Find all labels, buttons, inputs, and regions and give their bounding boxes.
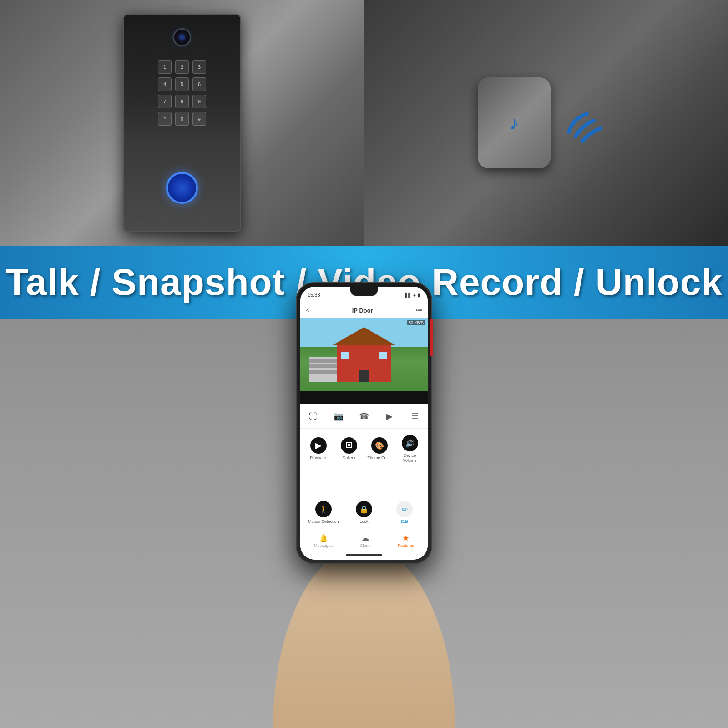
phone-screen: 15:33 ▌▌ ◈ ▮ < IP Door ••• (300, 287, 428, 560)
camera-live-view[interactable]: 50 KB/S (300, 318, 428, 391)
phone-outer: 15:33 ▌▌ ◈ ▮ < IP Door ••• (296, 282, 432, 564)
key-1: 1 (158, 60, 172, 74)
messages-label: Messages (314, 543, 333, 548)
gallery-icon: 🖼 (341, 437, 357, 454)
features-label: Features (398, 543, 414, 548)
theme-color-item[interactable]: 🎨 Theme Color (365, 432, 394, 466)
wifi-signal (560, 96, 614, 150)
top-row: 1 2 3 4 5 6 7 8 9 * 0 # (0, 0, 728, 246)
camera-lens (173, 28, 191, 46)
nav-messages[interactable]: 🔔 Messages (314, 534, 333, 548)
bottom-nav: 🔔 Messages ☁ Cloud ★ Features (300, 531, 428, 551)
bandwidth-display: 50 KB/S (407, 320, 425, 325)
bottom-section: Talk / Snapshot / Video Record / Unlock … (0, 246, 728, 728)
chime-image: ♪ (364, 0, 728, 246)
home-indicator (346, 554, 382, 556)
time-display: 15:33 (308, 292, 320, 298)
playback-item[interactable]: ▶ Playback (304, 432, 333, 466)
playback-label: Playback (310, 455, 327, 460)
key-3: 3 (192, 60, 206, 74)
lock-item[interactable]: 🔒 Lock (344, 498, 383, 527)
back-button[interactable]: < (306, 307, 309, 314)
snapshot-button[interactable]: 📷 (330, 408, 347, 425)
device-volume-icon: 🔊 (402, 435, 418, 451)
messages-icon: 🔔 (319, 534, 328, 542)
more-button[interactable]: ••• (415, 307, 422, 314)
house-main (337, 345, 391, 382)
feature-grid-row1: ▶ Playback 🖼 Gallery 🎨 Theme Color � (300, 429, 428, 496)
house-roof (332, 327, 396, 345)
key-2: 2 (175, 60, 189, 74)
signal-icons: ▌▌ ◈ ▮ (405, 293, 420, 298)
fullscreen-button[interactable]: ⛶ (305, 408, 321, 425)
chime-device: ♪ (478, 77, 551, 168)
keypad-image: 1 2 3 4 5 6 7 8 9 * 0 # (0, 0, 364, 246)
key-6: 6 (192, 77, 206, 91)
house-scene (300, 318, 428, 391)
record-button[interactable]: ▶ (381, 408, 398, 425)
lock-label: Lock (359, 519, 368, 524)
key-4: 4 (158, 77, 172, 91)
motion-detection-label: Motion Detection (308, 519, 339, 524)
app-header: < IP Door ••• (300, 303, 428, 318)
ring-button[interactable] (166, 172, 198, 204)
cloud-icon: ☁ (362, 534, 369, 542)
edit-label: Edit (401, 519, 409, 524)
keypad-device: 1 2 3 4 5 6 7 8 9 * 0 # (123, 14, 241, 232)
key-star: * (158, 112, 172, 126)
lock-icon: 🔒 (356, 501, 372, 517)
main-container: 1 2 3 4 5 6 7 8 9 * 0 # (0, 0, 728, 728)
key-9: 9 (192, 95, 206, 108)
menu-button[interactable]: ☰ (407, 408, 423, 425)
gallery-label: Gallery (342, 455, 355, 460)
motion-detection-icon: 🚶 (315, 501, 332, 517)
keypad-grid: 1 2 3 4 5 6 7 8 9 * 0 # (158, 60, 206, 126)
key-0: 0 (175, 112, 189, 126)
cloud-label: Cloud (360, 543, 371, 548)
black-separator (300, 391, 428, 404)
theme-color-label: Theme Color (367, 455, 391, 460)
nav-cloud[interactable]: ☁ Cloud (360, 534, 371, 548)
nav-features[interactable]: ★ Features (398, 534, 414, 548)
home-indicator-bar (300, 551, 428, 560)
gallery-item[interactable]: 🖼 Gallery (334, 432, 363, 466)
features-icon: ★ (403, 534, 409, 542)
status-bar: 15:33 ▌▌ ◈ ▮ (300, 287, 428, 303)
key-hash: # (192, 112, 206, 126)
key-7: 7 (158, 95, 172, 108)
key-5: 5 (175, 77, 189, 91)
motion-detection-item[interactable]: 🚶 Motion Detection (304, 498, 343, 527)
app-title: IP Door (352, 307, 373, 314)
controls-row: ⛶ 📷 ☎ ▶ ☰ (300, 404, 428, 429)
notch (350, 287, 378, 296)
key-8: 8 (175, 95, 189, 108)
phone-mockup: 15:33 ▌▌ ◈ ▮ < IP Door ••• (296, 282, 432, 564)
playback-icon: ▶ (310, 437, 327, 454)
edit-item[interactable]: ✏ Edit (385, 498, 424, 527)
music-note-icon: ♪ (510, 113, 519, 133)
talk-button[interactable]: ☎ (356, 408, 372, 425)
house-garage (309, 357, 337, 382)
theme-color-icon: 🎨 (371, 437, 388, 454)
feature-grid-row2: 🚶 Motion Detection 🔒 Lock ✏ Edit (300, 496, 428, 531)
wifi-waves-svg (560, 96, 614, 150)
edit-icon: ✏ (396, 501, 413, 517)
device-volume-label: Device Volume (396, 453, 423, 463)
device-volume-item[interactable]: 🔊 Device Volume (395, 432, 424, 466)
